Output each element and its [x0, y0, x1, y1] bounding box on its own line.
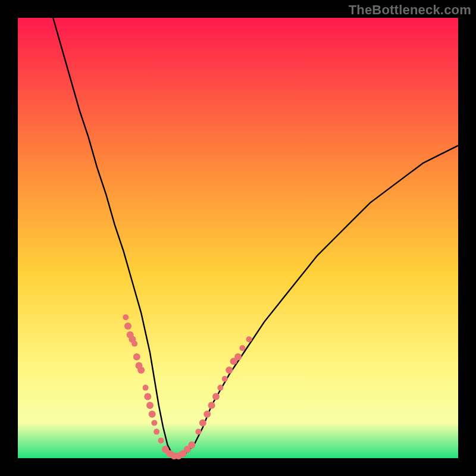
curve-marker	[151, 420, 157, 426]
curve-marker	[246, 336, 252, 342]
curve-marker	[208, 402, 215, 409]
curve-marker	[226, 367, 233, 374]
curve-marker	[222, 376, 228, 382]
plot-background	[18, 18, 458, 458]
chart-svg	[18, 18, 458, 458]
curve-marker	[124, 322, 131, 330]
curve-marker	[143, 385, 149, 391]
curve-marker	[239, 345, 245, 351]
curve-marker	[146, 402, 154, 409]
curve-marker	[212, 393, 220, 400]
curve-marker	[133, 353, 140, 361]
curve-marker	[154, 429, 159, 435]
curve-marker	[217, 385, 223, 391]
curve-marker	[195, 429, 201, 435]
curve-marker	[234, 353, 242, 361]
curve-marker	[203, 411, 211, 418]
curve-marker	[144, 393, 151, 400]
curve-marker	[158, 437, 164, 443]
curve-marker	[131, 341, 137, 347]
curve-marker	[188, 441, 195, 449]
curve-marker	[199, 419, 206, 427]
curve-marker	[149, 411, 156, 418]
chart-outer: TheBottleneck.com	[0, 0, 476, 476]
curve-marker	[123, 314, 129, 320]
curve-marker	[137, 367, 145, 374]
watermark-text: TheBottleneck.com	[349, 2, 471, 18]
